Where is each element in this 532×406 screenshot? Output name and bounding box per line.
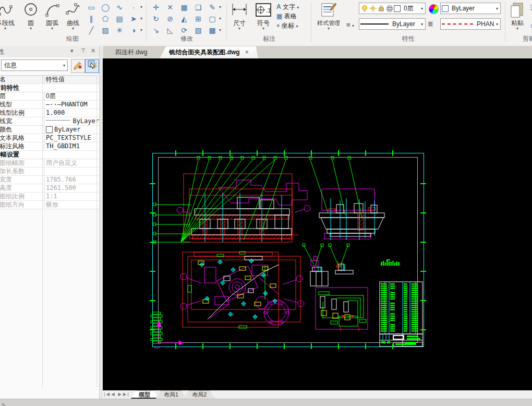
chevron-down-icon[interactable]: ▾: [140, 25, 144, 35]
stretch-icon[interactable]: ↘: [150, 25, 162, 35]
info-combo-value: 信息: [3, 61, 62, 70]
hatch-edit-icon[interactable]: ▩: [207, 25, 218, 35]
property-row[interactable]: 宽度1785.766: [0, 176, 99, 184]
close-icon[interactable]: ✕: [91, 47, 95, 54]
pin-icon[interactable]: ⊤: [81, 47, 86, 54]
chevron-down-icon[interactable]: ▾: [296, 24, 298, 29]
info-combo[interactable]: 信息 ▾: [1, 59, 68, 71]
doc-tab-1[interactable]: 铣结合面夹具装配图.dwg×: [160, 46, 258, 58]
property-row[interactable]: 图纸幅面用户自定义: [0, 159, 99, 168]
lineweight-list-button[interactable]: ≡ ▾: [346, 21, 354, 29]
color-combo[interactable]: ByLayer ▾: [440, 3, 501, 14]
edit-clear-button[interactable]: [71, 59, 85, 73]
chevron-down-icon[interactable]: ▾: [313, 27, 344, 31]
printer-icon[interactable]: [386, 5, 393, 12]
chevron-down-icon[interactable]: ▾: [495, 22, 499, 27]
next-tab-button[interactable]: ▶: [116, 390, 123, 399]
lock-icon[interactable]: [378, 5, 385, 12]
chevron-down-icon[interactable]: ▾: [0, 27, 20, 31]
layer-combo[interactable]: 0层 ▾: [359, 3, 426, 14]
copy-icon[interactable]: ❏: [528, 2, 532, 13]
offset-icon[interactable]: ↻: [150, 14, 162, 24]
property-row[interactable]: 高度1261.500: [0, 184, 99, 193]
gradient-icon[interactable]: ➤: [128, 14, 139, 24]
linetype-combo[interactable]: ByLayer ▾: [359, 18, 426, 30]
ellipse-icon[interactable]: ◯: [100, 2, 111, 13]
chevron-down-icon[interactable]: ▾: [219, 25, 223, 35]
chevron-down-icon[interactable]: ▾: [21, 27, 41, 31]
last-tab-button[interactable]: ▶❘: [123, 390, 130, 399]
chevron-down-icon[interactable]: ▾: [219, 2, 223, 13]
cut-icon[interactable]: ✂: [528, 21, 532, 31]
multiline-icon[interactable]: ∥: [86, 14, 97, 24]
property-row[interactable]: 图纸方向横放: [0, 201, 99, 209]
array-icon[interactable]: ▦: [178, 2, 190, 13]
polygon-icon[interactable]: ⬠: [100, 14, 111, 24]
mirror-icon[interactable]: ◭: [178, 14, 190, 24]
chevron-down-icon[interactable]: ▾: [70, 47, 74, 54]
scale-icon[interactable]: ▢: [207, 14, 218, 24]
copy-icon[interactable]: ❏: [192, 2, 204, 13]
chevron-down-icon[interactable]: ▾: [140, 2, 144, 13]
first-tab-button[interactable]: ❘◀: [103, 390, 110, 399]
layout-tab-布局2[interactable]: 布局2: [184, 390, 214, 399]
line-icon[interactable]: ╱: [86, 25, 97, 35]
property-row[interactable]: 颜色ByLayer: [0, 126, 99, 134]
overlap-icon[interactable]: ⊞: [192, 14, 204, 24]
explode-icon[interactable]: ▧: [192, 25, 204, 35]
property-row[interactable]: 文本风格PC_TEXTSTYLE: [0, 134, 99, 142]
chevron-down-icon[interactable]: ▾: [62, 63, 66, 68]
prev-tab-button[interactable]: ◀: [110, 390, 116, 399]
chevron-down-icon[interactable]: ▾: [140, 14, 144, 24]
property-row[interactable]: 线型比例1.000: [0, 109, 99, 117]
ribbon-toolbar: 多段线 ▾ 圆 ▾ 圆弧 ▾ 曲线 ▾ ▭◯∿·▾∥⬠▤➤▾╱▨✳◑▾ 绘图 ✛…: [0, 0, 532, 46]
chevron-down-icon[interactable]: ▾: [63, 27, 83, 31]
text-tool[interactable]: A 文字 ▾: [276, 2, 310, 11]
point-icon[interactable]: ·: [128, 2, 139, 13]
chevron-down-icon[interactable]: ▾: [219, 14, 223, 24]
layer-color-swatch: [394, 5, 401, 12]
property-row[interactable]: 加长系数: [0, 168, 99, 176]
rectangle-icon[interactable]: ▭: [86, 2, 97, 13]
boundary-icon[interactable]: ◑: [128, 25, 139, 35]
chevron-down-icon[interactable]: ▾: [228, 27, 250, 31]
group-icon[interactable]: ✳: [114, 25, 125, 35]
layout-tabs: 模型布局1布局2: [133, 390, 214, 399]
layout-tab-布局1[interactable]: 布局1: [156, 390, 186, 399]
property-row[interactable]: 层0层: [0, 92, 99, 101]
chevron-down-icon[interactable]: ▾: [495, 6, 499, 11]
edit-polyline-icon[interactable]: ✎: [207, 2, 218, 13]
chevron-down-icon[interactable]: ▾: [420, 6, 424, 11]
lineweight-icon[interactable]: ≣: [428, 20, 433, 28]
property-row[interactable]: 线型—··— PHANTOM: [0, 101, 99, 109]
move-icon[interactable]: ✛: [150, 2, 162, 13]
quick-select-button[interactable]: [85, 59, 99, 73]
table-tool[interactable]: ▦ 表格: [276, 11, 310, 21]
property-row[interactable]: 图纸比例1:1: [0, 193, 99, 201]
hatch-icon[interactable]: ▨: [100, 25, 111, 35]
layout-tab-模型[interactable]: 模型: [131, 390, 158, 399]
color-wheel-icon[interactable]: [429, 4, 439, 14]
chevron-down-icon[interactable]: ▾: [41, 27, 63, 31]
property-row[interactable]: 线宽ByLayer: [0, 117, 99, 126]
property-row[interactable]: 标注风格TH_GBDIM1: [0, 142, 99, 151]
chamfer-icon[interactable]: ◺: [164, 25, 176, 35]
rotate-icon[interactable]: ⟳: [178, 25, 190, 35]
sun-icon[interactable]: [369, 5, 377, 12]
group-separator: [226, 2, 227, 42]
block-icon[interactable]: ▤: [114, 14, 125, 24]
doc-tab-0[interactable]: 四连杆.dwg: [106, 46, 156, 58]
erase-icon[interactable]: ✕: [164, 2, 176, 13]
linetype2-combo[interactable]: PHAN ▾: [440, 18, 501, 30]
document-tab-bar: 四连杆.dwg铣结合面夹具装配图.dwg×: [103, 46, 532, 58]
close-icon[interactable]: ×: [245, 49, 249, 56]
coordinate-tool[interactable]: ⌖ 坐标 ▾: [276, 21, 310, 30]
chevron-down-icon[interactable]: ▾: [252, 27, 274, 31]
drawing-canvas[interactable]: [103, 58, 532, 390]
chevron-down-icon[interactable]: ▾: [297, 5, 299, 10]
break-icon[interactable]: ⊘: [164, 14, 176, 24]
chevron-down-icon[interactable]: ▾: [420, 22, 424, 27]
chevron-down-icon[interactable]: ▾: [507, 27, 528, 31]
revision-cloud-icon[interactable]: ∿: [114, 2, 125, 13]
bulb-icon[interactable]: [361, 5, 368, 12]
